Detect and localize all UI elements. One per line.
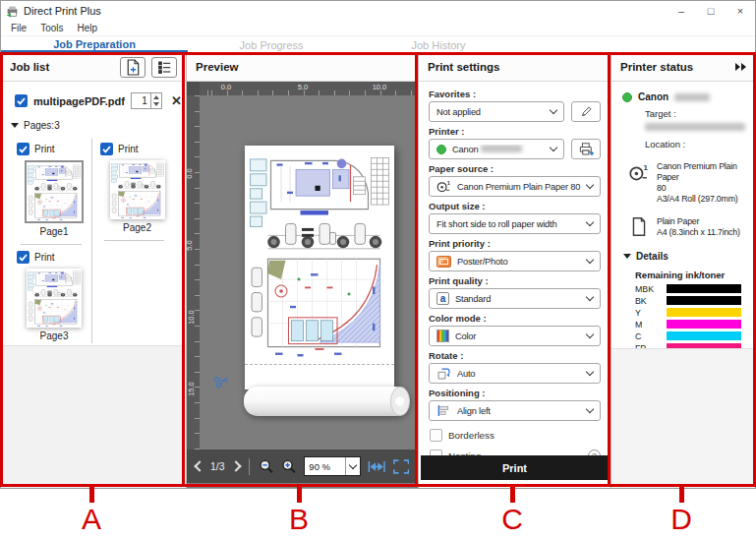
favorites-label: Favorites : bbox=[429, 89, 601, 99]
zoom-level-select[interactable]: 90 % bbox=[304, 456, 361, 476]
page2-thumbnail[interactable] bbox=[110, 160, 165, 219]
page3-label: Page3 bbox=[17, 330, 91, 341]
horizontal-ruler: 0.0 5.0 10.0 bbox=[200, 82, 418, 95]
color-mode-label: Color mode : bbox=[429, 313, 601, 324]
printer-status-panel: Printer status Canon Target : Location : bbox=[611, 53, 755, 488]
spinner-down-icon[interactable] bbox=[153, 102, 159, 106]
menu-tools[interactable]: Tools bbox=[33, 23, 70, 33]
annotation-letter-d: D bbox=[660, 503, 703, 536]
borderless-checkbox[interactable] bbox=[430, 429, 442, 442]
favorites-select[interactable]: Not applied bbox=[429, 101, 564, 122]
printer-select[interactable]: Canon bbox=[429, 139, 564, 159]
list-view-button[interactable] bbox=[151, 57, 177, 78]
ink-level-bar bbox=[667, 331, 741, 340]
print-settings-panel: Print settings Favorites : Not applied bbox=[418, 53, 611, 488]
expand-panel-button[interactable] bbox=[735, 63, 746, 71]
annotation-letter-c: C bbox=[491, 503, 534, 536]
paper-roll bbox=[244, 387, 409, 416]
roll-media-row: Canon Premium Plain Paper 80 A3/A4 Roll … bbox=[628, 161, 747, 205]
positioning-select[interactable]: Align left bbox=[429, 400, 601, 421]
chevron-down-icon bbox=[349, 460, 357, 468]
ink-title: Remaining ink/toner bbox=[635, 270, 747, 280]
output-size-select[interactable]: Fit short side to roll paper width bbox=[429, 213, 601, 234]
sheet-media-name: Plain Paper bbox=[657, 216, 740, 227]
app-icon bbox=[6, 5, 19, 18]
page1-thumbnail[interactable] bbox=[25, 160, 84, 223]
color-mode-select[interactable]: Color bbox=[429, 326, 601, 346]
positioning-label: Positioning : bbox=[429, 388, 601, 398]
title-bar: Direct Print Plus – □ × bbox=[1, 1, 755, 21]
tab-job-preparation[interactable]: Job Preparation bbox=[1, 38, 188, 53]
job-list-panel: Job list bbox=[1, 53, 186, 488]
menu-file[interactable]: File bbox=[4, 23, 33, 33]
printer-label: Printer : bbox=[429, 126, 601, 137]
align-left-icon bbox=[436, 404, 451, 417]
status-printer-row: Canon bbox=[622, 91, 747, 102]
ink-row-bk: BK bbox=[635, 296, 741, 305]
borderless-label: Borderless bbox=[448, 430, 494, 441]
copies-value: 1 bbox=[132, 93, 150, 108]
divider bbox=[21, 244, 82, 245]
rotate-label: Rotate : bbox=[429, 350, 601, 361]
page1-label: Page1 bbox=[17, 226, 91, 237]
status-printer-name: Canon bbox=[638, 91, 669, 102]
zoom-in-button[interactable] bbox=[281, 458, 297, 475]
add-printer-button[interactable] bbox=[571, 139, 601, 159]
tab-job-progress[interactable]: Job Progress bbox=[188, 39, 355, 53]
pages-toggle[interactable]: Pages:3 bbox=[11, 120, 186, 131]
preview-page bbox=[245, 146, 394, 390]
page3-thumbnail[interactable] bbox=[27, 269, 82, 328]
details-toggle[interactable]: Details bbox=[623, 251, 747, 262]
scissors-icon bbox=[212, 373, 230, 390]
roll-paper-icon bbox=[436, 179, 451, 194]
page2-print-checkbox[interactable] bbox=[100, 143, 113, 155]
paper-source-select[interactable]: Canon Premium Plain Paper 80 A3/A4 bbox=[429, 176, 601, 197]
close-button[interactable]: × bbox=[726, 1, 755, 21]
cut-line bbox=[245, 364, 394, 365]
combo-arrow[interactable] bbox=[345, 457, 360, 475]
copies-spinner[interactable]: 1 bbox=[131, 92, 162, 109]
arrow-right-icon bbox=[741, 63, 746, 71]
preview-panel: Preview 0.0 5.0 bbox=[186, 53, 418, 488]
color-icon bbox=[436, 330, 449, 342]
output-size-label: Output size : bbox=[429, 201, 601, 211]
fit-width-button[interactable] bbox=[368, 459, 385, 474]
annotation-letter-b: B bbox=[277, 503, 320, 536]
quality-icon: a bbox=[436, 292, 449, 305]
ink-level-bar bbox=[667, 284, 741, 293]
menu-help[interactable]: Help bbox=[70, 23, 104, 33]
remove-job-button[interactable]: ✕ bbox=[171, 94, 182, 107]
printer-add-icon bbox=[578, 142, 595, 156]
chevron-down-icon bbox=[586, 368, 594, 376]
chevron-down-icon bbox=[586, 256, 594, 264]
divider bbox=[104, 240, 164, 241]
page1-print-checkbox[interactable] bbox=[17, 143, 29, 155]
collapse-icon bbox=[11, 123, 19, 128]
roll-paper-icon bbox=[628, 161, 650, 183]
preview-canvas[interactable]: 0.0 5.0 10.0 0.0 5.0 10.0 15.0 bbox=[187, 82, 418, 450]
rotate-icon bbox=[436, 366, 451, 381]
tab-job-history[interactable]: Job History bbox=[355, 39, 522, 53]
print-button[interactable]: Print bbox=[421, 455, 609, 480]
print-quality-select[interactable]: a Standard bbox=[429, 288, 601, 309]
minimize-button[interactable]: – bbox=[667, 1, 696, 21]
file-checkbox[interactable] bbox=[15, 94, 28, 107]
preview-title: Preview bbox=[196, 61, 238, 73]
chevron-down-icon bbox=[586, 293, 594, 301]
next-page-button[interactable] bbox=[230, 460, 241, 471]
edit-favorites-button[interactable] bbox=[571, 101, 601, 122]
poster-photo-icon bbox=[436, 256, 451, 268]
page3-print-checkbox[interactable] bbox=[17, 251, 29, 264]
print-priority-select[interactable]: Poster/Photo bbox=[429, 251, 601, 271]
maximize-button[interactable]: □ bbox=[696, 1, 726, 21]
spinner-up-icon[interactable] bbox=[153, 95, 159, 99]
zoom-out-button[interactable] bbox=[259, 458, 274, 475]
rotate-select[interactable]: Auto bbox=[429, 363, 601, 384]
previous-page-button[interactable] bbox=[194, 460, 204, 471]
arrow-right-icon bbox=[735, 63, 740, 71]
ink-level-bar bbox=[667, 308, 741, 317]
ink-level-bar bbox=[667, 296, 741, 305]
add-job-button[interactable] bbox=[120, 57, 145, 78]
roll-end-cap bbox=[390, 387, 410, 416]
fit-screen-button[interactable] bbox=[393, 459, 409, 474]
